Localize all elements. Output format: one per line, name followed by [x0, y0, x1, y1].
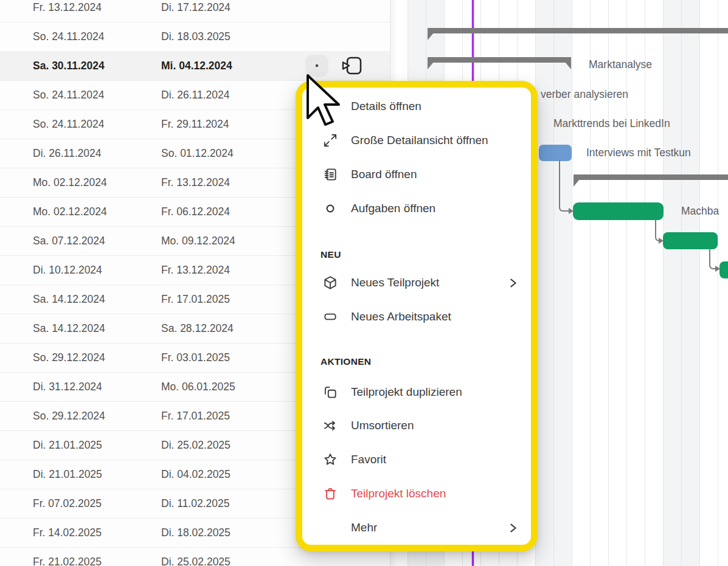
cursor-click-icon	[322, 98, 338, 114]
cube-icon	[322, 275, 338, 291]
summary-start-cap	[428, 33, 434, 40]
context-menu: Details öffnen Große Detailansicht öffne…	[296, 81, 538, 551]
end-date: Mi. 04.12.2024	[161, 60, 232, 72]
end-date: Mo. 06.01.2025	[161, 381, 235, 393]
row-more-button[interactable]	[305, 55, 328, 77]
start-date: Di. 10.12.2024	[33, 264, 102, 277]
gantt-label-marktanalyse: Marktanalyse	[589, 58, 652, 71]
menu-item-neues-teilprojekt[interactable]: Neues Teilprojekt	[302, 271, 531, 295]
menu-section-header-aktionen: AKTIONEN	[321, 353, 371, 370]
shuffle-icon	[322, 418, 338, 433]
summary-start-cap	[428, 62, 434, 69]
menu-section-header-neu: NEU	[321, 246, 341, 263]
end-date: Fr. 13.12.2024	[161, 264, 230, 277]
menu-item-teilprojekt-loeschen[interactable]: Teilprojekt löschen	[302, 481, 531, 506]
start-date: Sa. 07.12.2024	[33, 235, 105, 247]
summary-start-cap	[574, 179, 580, 187]
task-bar-green-2[interactable]	[663, 232, 718, 249]
start-date: So. 24.11.2024	[33, 118, 104, 131]
menu-item-teilprojekt-duplizieren[interactable]: Teilprojekt duplizieren	[302, 380, 531, 404]
task-bar-interviews[interactable]	[539, 145, 572, 161]
start-date: So. 29.12.2024	[33, 351, 105, 364]
end-date: Fr. 03.01.2025	[161, 351, 230, 364]
end-date: Fr. 17.01.2025	[161, 293, 230, 306]
menu-item-board-oeffnen[interactable]: Board öffnen	[302, 162, 531, 187]
table-row[interactable]: So. 24.11.2024Di. 18.03.2025	[0, 22, 390, 52]
menu-item-aufgaben-oeffnen[interactable]: Aufgaben öffnen	[302, 196, 531, 221]
star-icon	[322, 452, 338, 468]
end-date: Di. 26.11.2024	[161, 89, 230, 102]
start-date: Sa. 14.12.2024	[33, 293, 105, 306]
gantt-label-wettbewerber: verber analysieren	[541, 88, 628, 101]
end-date: Di. 11.02.2025	[161, 497, 230, 510]
end-date: Di. 17.12.2024	[161, 1, 231, 14]
end-date: Di. 04.02.2025	[161, 468, 231, 481]
end-date: Di. 25.02.2025	[161, 556, 231, 566]
start-date: So. 24.11.2024	[33, 30, 104, 43]
app-root: Marktanalyse verber analysieren Markttre…	[0, 0, 728, 566]
menu-item-favorit[interactable]: Favorit	[302, 447, 531, 472]
task-bar-green-3[interactable]	[719, 261, 728, 278]
menu-item-grosse-detailansicht[interactable]: Große Detailansicht öffnen	[302, 128, 531, 153]
menu-item-umsortieren[interactable]: Umsortieren	[302, 413, 531, 438]
gantt-label-interviews: Interviews mit Testkun	[586, 147, 691, 159]
end-date: Di. 18.03.2025	[161, 30, 231, 43]
gantt-label-machbarkeit: Machba	[681, 205, 719, 218]
menu-item-mehr[interactable]: Mehr	[302, 516, 531, 540]
open-panel-button[interactable]	[341, 55, 363, 77]
open-panel-icon	[341, 55, 363, 77]
work-package-icon	[322, 309, 338, 325]
summary-bar-project[interactable]	[428, 28, 728, 33]
table-row[interactable]: Fr. 13.12.2024Di. 17.12.2024	[0, 0, 390, 22]
summary-bar-marktanalyse[interactable]	[428, 57, 571, 63]
start-date: Di. 21.01.2025	[33, 468, 102, 481]
end-date: Fr. 13.12.2024	[161, 176, 230, 189]
table-row-selected[interactable]: Sa. 30.11.2024 Mi. 04.12.2024	[0, 51, 390, 81]
end-date: Fr. 29.11.2024	[161, 118, 229, 131]
chevron-right-icon	[508, 277, 518, 289]
start-date: Di. 21.01.2025	[33, 439, 102, 452]
start-date: Fr. 21.02.2025	[33, 556, 102, 566]
summary-end-cap	[565, 62, 571, 69]
end-date: Fr. 06.12.2024	[161, 205, 230, 218]
board-icon	[322, 167, 338, 182]
trash-icon	[322, 486, 338, 502]
circle-icon	[322, 201, 338, 216]
end-date: Fr. 17.01.2025	[161, 410, 230, 423]
duplicate-icon	[322, 384, 338, 400]
start-date: So. 29.12.2024	[33, 410, 105, 423]
start-date: Di. 26.11.2024	[33, 147, 102, 160]
summary-bar-machbarkeit[interactable]	[574, 174, 728, 180]
gantt-label-markttrends: Markttrends bei LinkedIn	[553, 117, 670, 130]
start-date: Fr. 07.02.2025	[33, 497, 102, 510]
start-date: Di. 31.12.2024	[33, 381, 102, 393]
start-date: Fr. 14.02.2025	[33, 526, 102, 539]
end-date: Di. 25.02.2025	[161, 439, 231, 452]
start-date: Mo. 02.12.2024	[33, 176, 107, 189]
start-date: Sa. 14.12.2024	[33, 322, 105, 335]
end-date: So. 01.12.2024	[161, 147, 234, 160]
end-date: Sa. 28.12.2024	[161, 322, 234, 335]
start-date: Sa. 30.11.2024	[33, 60, 105, 72]
chevron-right-icon	[508, 522, 518, 534]
start-date: Mo. 02.12.2024	[33, 205, 107, 218]
task-bar-green-1[interactable]	[573, 202, 664, 220]
expand-icon	[322, 133, 338, 148]
end-date: Di. 18.02.2025	[161, 526, 231, 539]
menu-item-details-oeffnen[interactable]: Details öffnen	[302, 94, 531, 119]
end-date: Mo. 09.12.2024	[161, 235, 235, 247]
menu-item-neues-arbeitspaket[interactable]: Neues Arbeitspaket	[302, 305, 531, 329]
start-date: So. 24.11.2024	[33, 89, 104, 102]
start-date: Fr. 13.12.2024	[33, 1, 102, 14]
